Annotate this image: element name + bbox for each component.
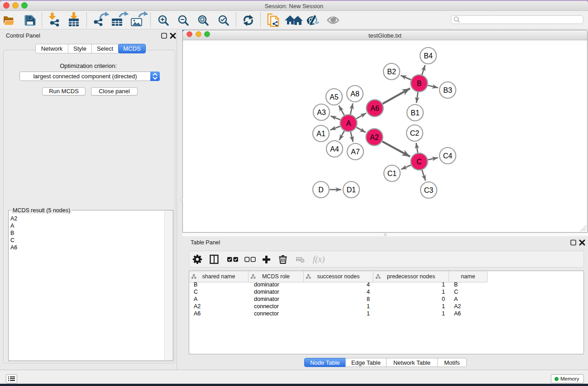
svg-text:B: B (417, 80, 422, 87)
svg-text:A2: A2 (370, 133, 379, 141)
svg-text:B1: B1 (411, 109, 420, 117)
svg-text:C4: C4 (443, 152, 453, 160)
svg-text:B4: B4 (424, 52, 433, 60)
svg-text:A4: A4 (330, 145, 339, 153)
svg-text:A1: A1 (316, 130, 325, 138)
svg-text:A: A (346, 119, 351, 127)
svg-text:B3: B3 (443, 86, 452, 94)
svg-text:f(x): f(x) (313, 254, 325, 264)
svg-text:C3: C3 (424, 186, 434, 194)
svg-text:A3: A3 (317, 109, 326, 116)
svg-text:A5: A5 (330, 93, 339, 101)
svg-text:B2: B2 (387, 68, 396, 76)
svg-text:D: D (318, 186, 324, 194)
svg-text:C2: C2 (410, 129, 420, 137)
svg-text:D1: D1 (347, 186, 356, 194)
svg-text:A6: A6 (370, 105, 379, 112)
svg-text:A7: A7 (351, 148, 360, 156)
svg-text:C: C (416, 158, 422, 166)
svg-text:C1: C1 (387, 170, 397, 177)
svg-text:A8: A8 (350, 90, 359, 98)
